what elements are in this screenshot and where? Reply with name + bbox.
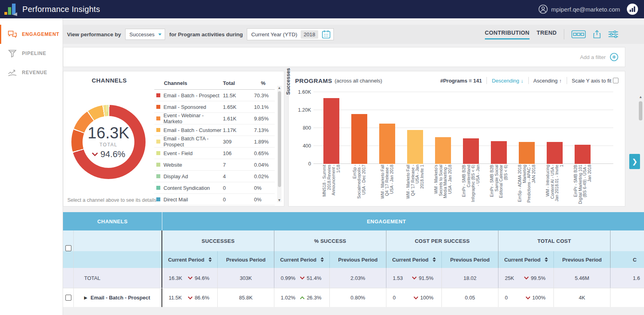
period-year: 2018 [301, 30, 319, 39]
sort-icon[interactable] [433, 257, 436, 262]
previous-period-cell: 18.02 [442, 268, 498, 288]
table-scrollbar[interactable]: ▲ [638, 95, 643, 120]
current-period-cell: 11.5K 86.6% [162, 288, 218, 307]
channel-row[interactable]: Website 7 0.04% [154, 159, 275, 171]
current-period-cell: 1.02% 26.3% [274, 288, 330, 307]
donut-change-value: 94.6% [100, 149, 125, 159]
change-down-icon [92, 152, 98, 156]
expand-row-icon[interactable]: ▶ [84, 295, 87, 300]
card-view-icon[interactable] [571, 30, 586, 38]
table-main-header: CHANNELS ENGAGEMENT [63, 212, 644, 230]
programs-panel: PROGRAMS (across all channels) #Programs… [288, 71, 625, 207]
sidebar-item-revenue[interactable]: REVENUE [0, 63, 63, 82]
channels-scrollbar[interactable]: ▲ ▼ [277, 86, 282, 202]
col-total: Total [223, 80, 252, 86]
user-email[interactable]: mpiperf.qe@marketo.com [551, 6, 620, 13]
channel-row[interactable]: Display Ad 4 0.02% [154, 171, 275, 182]
program-bar[interactable] [435, 137, 451, 164]
donut-total-value: 16.3K [88, 125, 130, 141]
partial-cell: 1.6 [611, 268, 644, 288]
program-bar[interactable] [323, 98, 339, 164]
row-label[interactable]: ▶Email - Batch - Prospect [74, 288, 162, 307]
current-period-header[interactable]: Current Period [162, 251, 218, 268]
metric-dropdown[interactable]: Successes [125, 29, 165, 40]
sidebar-item-engagement[interactable]: ENGAGEMENT [0, 25, 63, 44]
program-bar[interactable] [379, 124, 395, 164]
channel-row[interactable]: Email - Sponsored 1.65K 10.1% [154, 101, 275, 113]
change-value: 100% [526, 295, 546, 301]
table-subheader-row: Current PeriodPrevious PeriodCurrent Per… [63, 251, 644, 268]
program-bar[interactable] [351, 114, 367, 164]
channel-color-swatch [156, 174, 160, 178]
add-filter-button[interactable] [610, 53, 618, 61]
sidebar-item-label: ENGAGEMENT [22, 32, 59, 37]
sort-icon[interactable] [545, 257, 548, 262]
current-value: 0 [505, 295, 508, 301]
select-all-checkbox[interactable] [65, 245, 71, 251]
sort-icon[interactable] [209, 257, 212, 262]
toolbar: View performance by Successes for Progra… [63, 25, 644, 44]
scale-y-checkbox [613, 78, 618, 83]
change-value: 99.5% [524, 275, 546, 281]
program-bar[interactable] [407, 130, 423, 164]
program-bar[interactable] [575, 145, 591, 164]
row-checkbox[interactable] [65, 295, 71, 301]
date-range-picker[interactable]: Current Year (YTD) 2018 [247, 28, 334, 40]
channel-row[interactable]: Event - Webinar - Marketo 1.61K 9.85% [154, 113, 275, 124]
channel-total: 7 [223, 162, 252, 168]
donut-center: 16.3K TOTAL 94.6% [83, 116, 134, 168]
divider [564, 29, 564, 39]
program-bar[interactable] [463, 138, 479, 164]
channel-row[interactable]: Event - Field 106 0.65% [154, 148, 275, 159]
channel-color-swatch [156, 128, 160, 132]
sort-ascending-button[interactable]: Ascending↑ [534, 78, 562, 84]
channel-row[interactable]: Email - Batch - Prospect 11.5K 70.3% [154, 90, 275, 101]
program-bar[interactable] [491, 141, 507, 164]
scale-y-axis-toggle[interactable]: Scale Y axis to fit [572, 78, 618, 84]
channel-row[interactable]: Content Syndication 0 0% [154, 182, 275, 194]
tab-trend[interactable]: TREND [537, 30, 557, 39]
page-title: Performance Insights [22, 5, 100, 14]
program-bar[interactable] [519, 142, 535, 164]
channel-percent: 0% [252, 197, 275, 203]
y-axis-label: Successes [285, 45, 291, 117]
donut-total-label: TOTAL [99, 142, 117, 148]
channel-row[interactable]: Direct Mail 0 0% [154, 194, 275, 205]
trend-line-icon [8, 69, 17, 77]
current-period-header[interactable]: Current Period [274, 251, 330, 268]
previous-period-cell: 4K [554, 288, 611, 307]
programs-next-page-button[interactable]: ❯ [629, 154, 640, 169]
table-row[interactable]: ▶Email - Batch - Prospect 11.5K 86.6% 85… [63, 288, 644, 307]
sidebar-item-pipeline[interactable]: PIPELINE [0, 44, 63, 63]
settings-sliders-icon[interactable] [608, 30, 618, 38]
current-period-header[interactable]: Current Period [386, 251, 442, 268]
channels-donut-chart[interactable]: 16.3K TOTAL 94.6% [71, 105, 146, 179]
channel-name: Email - Batch CTA - Prospect [163, 136, 223, 148]
y-axis-tick: 400 [292, 143, 311, 149]
tab-contribution[interactable]: CONTRIBUTION [485, 30, 530, 39]
marketo-logo-icon[interactable] [626, 3, 638, 15]
sort-icon[interactable] [321, 257, 324, 262]
channel-percent: 0% [252, 185, 275, 191]
channel-name: Email - Sponsored [163, 104, 223, 110]
current-period-cell: 16.3K 94.6% [162, 268, 218, 288]
program-bar[interactable] [547, 142, 563, 164]
sort-descending-button[interactable]: Descending↓ [492, 78, 523, 84]
current-period-header[interactable]: Current Period [498, 251, 554, 268]
sidebar: ENGAGEMENT PIPELINE REVENUE [0, 18, 63, 315]
channel-name: Email - Batch - Prospect [163, 93, 223, 98]
channel-total: 1.17K [223, 127, 252, 133]
previous-period-cell: 0.05 [442, 288, 498, 307]
channel-percent: 1.89% [252, 139, 275, 145]
channels-footnote: Select a channel above to see its detail… [67, 197, 156, 203]
user-avatar-icon[interactable] [538, 4, 548, 14]
programs-title: PROGRAMS [295, 77, 332, 84]
channel-color-swatch [156, 163, 160, 167]
channel-row[interactable]: Email - Batch - Customer 1.17K 7.13% [154, 124, 275, 136]
export-icon[interactable] [593, 30, 601, 39]
current-value: 16.3K [169, 275, 182, 281]
y-axis-tick: 0 [292, 161, 311, 167]
calendar-icon[interactable] [321, 30, 331, 39]
channel-row[interactable]: Email - Batch CTA - Prospect 309 1.89% [154, 136, 275, 148]
program-label: EmPr - SMB B2B Digital Marketing 101 (BS… [563, 165, 603, 205]
